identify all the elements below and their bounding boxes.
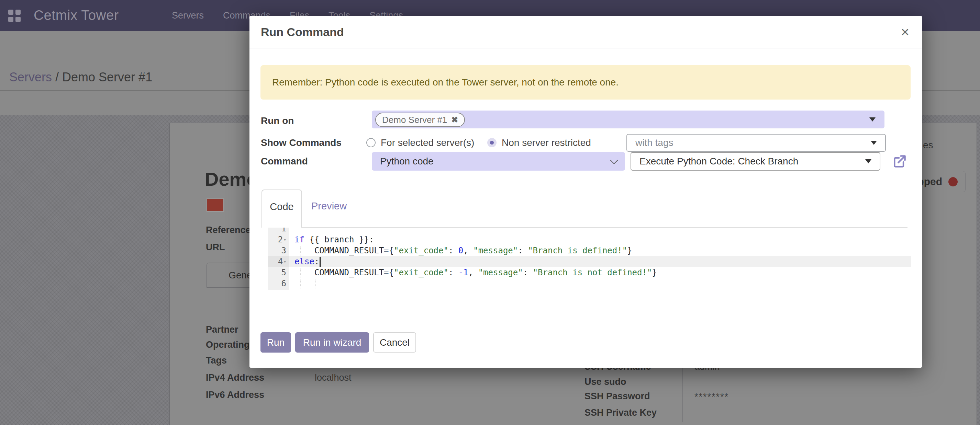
editor-code-area[interactable]: if {{ branch }}: COMMAND_RESULT={"exit_c… (289, 223, 911, 290)
smart-button-text-fragment[interactable]: es (923, 140, 933, 151)
radio-for-selected-servers-label[interactable]: For selected server(s) (381, 137, 474, 148)
caret-down-icon (865, 159, 872, 163)
partner-label: Partner (206, 324, 239, 335)
run-on-label: Run on (261, 115, 294, 126)
ssh-private-key-label: SSH Private Key (584, 408, 657, 418)
radio-non-server-restricted[interactable] (487, 138, 496, 147)
menu-item-servers[interactable]: Servers (172, 10, 204, 21)
breadcrumb-servers[interactable]: Servers (9, 70, 52, 84)
alert-text: Remember: Python code is executed on the… (272, 77, 619, 88)
status-dot-icon (948, 177, 958, 186)
indent-guide (300, 279, 301, 289)
gutter-line-5[interactable]: 5 (268, 267, 289, 278)
fold-caret-icon[interactable]: ▾ (283, 237, 286, 243)
gutter-line-3[interactable]: 3 (268, 245, 289, 256)
run-command-dialog: Run Command ✕ Remember: Python code is e… (250, 16, 922, 368)
code-line-1[interactable] (289, 223, 911, 234)
ipv6-label: IPv6 Address (206, 390, 264, 400)
run-button[interactable]: Run (261, 332, 291, 352)
with-tags-placeholder: with tags (635, 137, 673, 148)
ssh-password-value: ******** (694, 392, 729, 402)
code-line-5[interactable]: COMMAND_RESULT={"exit_code": -1, "messag… (289, 267, 911, 278)
code-line-6[interactable] (289, 278, 911, 289)
gutter-line-4[interactable]: 4▾ (268, 256, 289, 267)
editor-gutter: 12▾34▾56 (268, 223, 289, 290)
with-tags-select[interactable]: with tags (627, 134, 886, 152)
radio-non-server-restricted-label[interactable]: Non server restricted (502, 137, 591, 148)
indent-guide (300, 268, 301, 278)
code-editor[interactable]: 12▾34▾56 if {{ branch }}: COMMAND_RESULT… (268, 223, 911, 291)
text-cursor (320, 257, 321, 267)
warning-alert: Remember: Python code is executed on the… (261, 65, 911, 100)
command-label: Command (261, 156, 308, 167)
close-icon[interactable]: ✕ (898, 25, 912, 39)
brand-title: Cetmix Tower (34, 8, 119, 23)
gutter-line-6[interactable]: 6 (268, 278, 289, 289)
ipv4-value: localhost (315, 373, 352, 383)
code-line-2[interactable]: if {{ branch }}: (289, 234, 911, 245)
command-type-select[interactable]: Python code (372, 152, 625, 171)
color-swatch[interactable] (207, 198, 224, 212)
reference-label: Reference (206, 225, 251, 236)
command-reference-select[interactable]: Execute Python Code: Check Branch (630, 152, 880, 171)
use-sudo-label: Use sudo (584, 377, 627, 387)
code-line-4[interactable]: else: (289, 256, 911, 267)
header-divider (250, 48, 922, 48)
indent-guide (315, 279, 316, 289)
cancel-button[interactable]: Cancel (373, 332, 416, 352)
tab-preview[interactable]: Preview (311, 200, 347, 212)
breadcrumb-current: Demo Server #1 (62, 70, 152, 84)
tags-label: Tags (206, 355, 227, 366)
url-label: URL (206, 242, 225, 253)
ssh-password-label: SSH Password (584, 391, 650, 402)
caret-down-icon (871, 141, 877, 145)
field-divider (682, 363, 683, 422)
external-link-icon[interactable] (892, 154, 907, 169)
screen: Cetmix Tower Servers Commands Files Tool… (0, 0, 980, 425)
server-tag[interactable]: Demo Server #1 ✖ (375, 113, 465, 127)
caret-down-icon[interactable] (869, 117, 875, 122)
apps-grid-icon[interactable] (8, 10, 21, 22)
fold-caret-icon[interactable]: ▾ (283, 259, 286, 264)
gutter-line-2[interactable]: 2▾ (268, 234, 289, 245)
code-line-3[interactable]: COMMAND_RESULT={"exit_code": 0, "message… (289, 245, 911, 256)
show-commands-label: Show Commands (261, 137, 342, 148)
indent-guide (300, 246, 301, 255)
tab-code[interactable]: Code (261, 189, 302, 228)
dialog-title: Run Command (261, 25, 344, 39)
run-on-field[interactable]: Demo Server #1 ✖ (372, 111, 885, 128)
field-divider (308, 369, 308, 403)
breadcrumb: Servers / Demo Server #1 (9, 70, 152, 84)
ipv4-label: IPv4 Address (206, 373, 264, 383)
radio-for-selected-servers[interactable] (366, 138, 375, 147)
run-in-wizard-button[interactable]: Run in wizard (295, 332, 369, 352)
remove-tag-icon[interactable]: ✖ (451, 115, 458, 125)
chevron-down-icon (610, 157, 618, 165)
